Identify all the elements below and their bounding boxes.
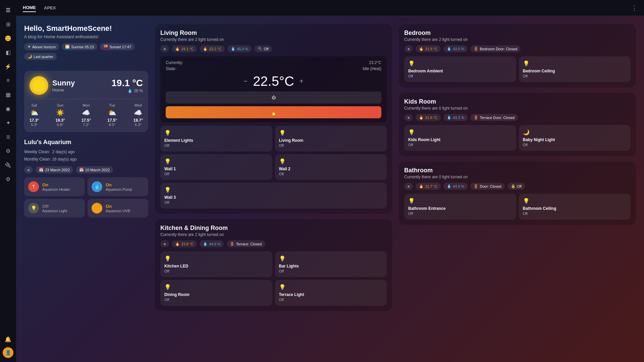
sidebar-icon-lines[interactable]: ≣ [2,131,14,143]
thermostat-increase-button[interactable]: + [300,77,304,85]
weather-badges: ☀ Above horizon 🌅 Sunrise 05:23 🌇 Sunset… [24,43,148,60]
stat-lock-bathroom: 🔒 Off [507,183,525,190]
wall2-status: Off [279,172,383,176]
pump-status: On [106,182,132,187]
sidebar-icon-plug[interactable]: 🔌 [2,159,14,171]
pump-icon: 💧 [92,181,102,192]
sidebar-icon-settings2[interactable]: ⚙ [2,173,14,185]
forecast-day-sat: Sat ⛅ 17.3° 5.3° [30,103,39,127]
device-light[interactable]: 💡 Off Aquarium Light [24,199,85,218]
stat-menu-bathroom[interactable]: ≡ [404,183,413,190]
sidebar-icon-bars[interactable]: ▦ [2,88,14,101]
kitchen-subtitle: Currently there are 2 light turned on [160,232,387,237]
stat-door-bathroom: 🚪 Door: Closed [470,183,504,190]
tab-apex[interactable]: APEX [44,4,56,12]
greeting-title: Hello, SmartHomeScene! [24,24,148,33]
bathroom-lights: 💡 Bathroom Entrance Off 💡 Bathroom Ceili… [404,194,631,220]
terrace-light-name: Terrace Light [279,292,383,297]
sidebar-icon-layout[interactable]: ◧ [2,46,14,58]
wall3-name: Wall 3 [164,195,383,200]
weather-temp-value: 19.1 °C [111,78,143,88]
badge-moon-label: Last quarter [34,55,53,59]
kids-room-header: Kids Room Currently there are 0 light tu… [404,98,631,111]
left-column: Hello, SmartHomeScene! A blog for Home A… [24,24,148,311]
sidebar-icon-list[interactable]: ≡ [2,74,14,86]
kitchen-led-name: Kitchen LED [164,264,268,268]
calendar-icon: 📅 [39,168,44,172]
stat-menu-bedroom[interactable]: ≡ [404,45,413,52]
light-bar-lights[interactable]: 💡 Bar Lights Off [275,251,387,277]
light-wall1[interactable]: 💡 Wall 1 Off [160,154,272,180]
bathroom-section: Bathroom Currently there are 0 light tur… [399,162,636,225]
stat-menu-lr[interactable]: ≡ [160,45,169,52]
device-pump[interactable]: 💧 On Aquarium Pump [88,177,148,196]
light-icon-bedroom-ceiling: 💡 [523,60,627,67]
bathroom-entrance-status: Off [408,212,512,216]
stat-door-kids: 🚪 Terrace Door: Closed [470,114,518,121]
kids-room-lights: 💡 Kids Room Light Off 🌙 Baby Night Light… [404,125,631,151]
stat-temp-bathroom: 🔥 21.7 °C [416,183,441,190]
badge-moon: 🌙 Last quarter [24,53,57,60]
kitchen-led-status: Off [164,269,268,273]
thermostat-heat-bar[interactable]: 🔥 [166,106,381,118]
kitchen-lights: 💡 Kitchen LED Off 💡 Bar Lights Off 💡 Din… [160,251,387,306]
light-icon-wall3: 💡 [164,187,383,193]
calendar-icon2: 📅 [79,168,84,172]
aquarium-section: Lulu's Aquarium Weekly Clean: 2 day(s) a… [24,139,148,218]
sidebar-icon-lightning[interactable]: ⚡ [2,60,14,72]
thermostat-power-off-bar[interactable]: ⏻ [166,92,381,104]
element-lights-status: Off [164,143,268,147]
light-kids-room[interactable]: 💡 Kids Room Light Off [404,125,516,151]
sidebar-icon-star[interactable]: ✦ [2,117,14,129]
light-element-lights[interactable]: 💡 Element Lights Off [160,126,272,152]
sidebar-icon-face[interactable]: 😊 [2,32,14,44]
heater-name: Aquarium Heater [42,187,70,191]
weather-condition: Sunny [52,79,107,87]
sidebar-icon-shield[interactable]: ◉ [2,103,14,115]
stat-menu-kitchen[interactable]: ≡ [160,240,169,247]
sidebar-icon-menu[interactable]: ☰ [2,4,14,16]
thermostat-state-label: State: [166,66,176,71]
more-options-icon[interactable]: ⋮ [631,4,637,12]
aquarium-badge-date2: 📅 10 March 2022 [76,166,113,173]
light-bathroom-ceiling[interactable]: 💡 Bathroom Ceiling Off [519,194,631,220]
device-heater[interactable]: T On Aquarium Heater [24,177,85,196]
kitchen-section: Kitchen & Dining Room Currently there ar… [155,219,392,311]
device-uvb[interactable]: 🔆 On Aquarium UVB [88,199,148,218]
light-kitchen-led[interactable]: 💡 Kitchen LED Off [160,251,272,277]
bedroom-subtitle: Currently there are 2 light turned on [404,37,631,42]
terrace-light-status: Off [279,298,383,302]
top-navigation: HOME APEX ⋮ [16,0,644,16]
light-bedroom-ceiling[interactable]: 💡 Bedroom Ceiling Off [519,56,631,82]
thermostat-currently-label: Currently: [166,60,183,65]
user-avatar[interactable]: 👤 [3,347,13,358]
thermostat-state-value: Idle (Heat) [363,66,381,71]
light-living-room[interactable]: 💡 Living Room Off [275,126,387,152]
light-terrace[interactable]: 💡 Terrace Light Off [275,280,387,306]
light-icon-bathroom-entrance: 💡 [408,198,512,204]
light-bathroom-entrance[interactable]: 💡 Bathroom Entrance Off [404,194,516,220]
aquarium-badge-menu[interactable]: ≡ [24,166,33,173]
heater-icon: T [28,181,39,192]
tab-home[interactable]: HOME [23,4,36,12]
light-wall3[interactable]: 💡 Wall 3 Off [160,183,387,208]
stat-menu-kids[interactable]: ≡ [404,114,413,121]
bedroom-ambient-status: Off [408,74,512,78]
sidebar-icon-bell[interactable]: 🔔 [2,333,14,345]
bathroom-ceiling-status: Off [523,212,627,216]
light-icon-bedroom-ambient: 💡 [408,60,512,67]
living-room-header: Living Room Currently there are 2 light … [160,29,387,42]
light-dining-room[interactable]: 💡 Dining Room Off [160,280,272,306]
aquarium-device-grid: T On Aquarium Heater 💧 On Aquarium Pump [24,177,148,218]
thermostat-decrease-button[interactable]: − [244,77,248,85]
bedroom-title: Bedroom [404,29,631,37]
light-bedroom-ambient[interactable]: 💡 Bedroom Ambient Off [404,56,516,82]
kids-room-light-status: Off [408,143,512,147]
weather-info: Sunny Home [52,79,107,93]
sidebar-icon-gear[interactable]: ⚙ [2,145,14,157]
light-wall2[interactable]: 💡 Wall 2 Off [275,154,387,180]
light-status: Off [42,204,67,209]
sidebar-icon-grid[interactable]: ⊞ [2,18,14,30]
light-icon-element: 💡 [164,130,268,136]
light-baby-night[interactable]: 🌙 Baby Night Light Off [519,125,631,151]
